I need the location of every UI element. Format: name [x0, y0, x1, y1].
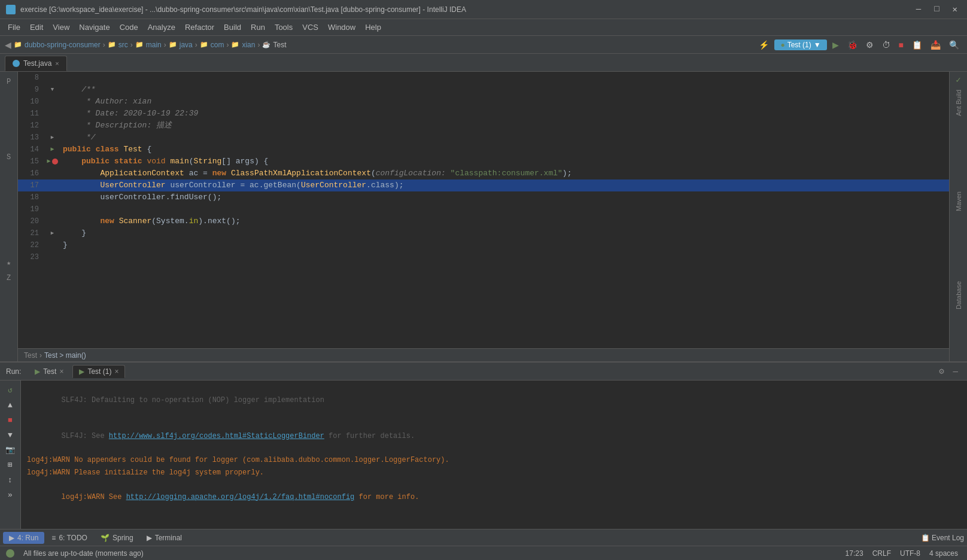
sidebar-z-icon[interactable]: Z	[2, 271, 16, 285]
menu-navigate[interactable]: Navigate	[74, 20, 114, 34]
close-button[interactable]: ✕	[949, 3, 961, 16]
main-content: P S ★ Z 8 9 ▼ /** 10 * Au	[0, 72, 967, 361]
code-line-10: 10 * Author: xian	[18, 96, 949, 108]
breadcrumb-java[interactable]: java	[180, 41, 193, 49]
run-tab-test1-close[interactable]: ×	[114, 367, 118, 376]
settings-icon[interactable]: ⚙	[936, 365, 947, 378]
profile-button[interactable]: ⏱	[879, 39, 893, 51]
menu-build[interactable]: Build	[219, 20, 246, 34]
database-label[interactable]: Database	[955, 281, 962, 309]
debug-button[interactable]: 🐞	[844, 39, 860, 51]
run-config-label: Test (1)	[787, 41, 811, 49]
event-log-button[interactable]: 📋 Event Log	[921, 534, 964, 542]
app-icon	[6, 5, 16, 14]
nav-icon-2[interactable]: 📋	[909, 39, 925, 51]
slf4j-link[interactable]: http://www.slf4j.org/codes.html#StaticLo…	[109, 432, 324, 440]
java-file-icon	[13, 60, 20, 67]
left-sidebar: P S ★ Z	[0, 72, 18, 361]
menu-file[interactable]: File	[3, 20, 25, 34]
breadcrumb-test[interactable]: Test	[273, 41, 286, 49]
log-line-result: User{id=1001, username='xian', password=…	[27, 516, 961, 529]
run-tab-test[interactable]: ▶ Test ×	[29, 366, 69, 378]
breadcrumb-src[interactable]: src	[118, 41, 128, 49]
nav-icon-3[interactable]: 📥	[928, 39, 944, 51]
code-line-13: 13 ▶ */	[18, 132, 949, 144]
menu-window[interactable]: Window	[323, 20, 360, 34]
run-button[interactable]: ▶	[829, 39, 842, 51]
menu-vcs[interactable]: VCS	[297, 20, 323, 34]
breadcrumb-project[interactable]: dubbo-spring-consumer	[25, 41, 101, 49]
scroll-down-button[interactable]: ▼	[4, 428, 17, 442]
ant-build-label[interactable]: Ant Build	[955, 90, 962, 116]
line-separator[interactable]: CRLF	[869, 549, 894, 558]
status-indicator	[6, 549, 14, 558]
tab-label: Test.java	[23, 59, 51, 68]
rerun-button[interactable]: ↺	[4, 384, 17, 397]
run-coverage-button[interactable]: ⚙	[863, 39, 877, 51]
nav-icon-1[interactable]: ⚡	[756, 39, 772, 51]
breadcrumb-test-class: Test	[24, 351, 37, 360]
folder-icon-src: 📁	[108, 41, 116, 48]
editor-tab-test[interactable]: Test.java ×	[5, 56, 67, 71]
run-content: ↺ ▲ ■ ▼ 📷 ⊞ ↕ » SLF4J: Defaulting to no-…	[0, 381, 967, 529]
window-controls: — □ ✕	[913, 3, 961, 16]
stop-button[interactable]: ■	[896, 39, 907, 51]
breakpoint-15[interactable]	[52, 159, 58, 165]
stop-run-button[interactable]: ■	[4, 413, 17, 427]
nav-terminal-tab[interactable]: ▶ Terminal	[141, 532, 188, 544]
sort-button[interactable]: ↕	[4, 473, 17, 486]
sidebar-favorites-icon[interactable]: ★	[2, 255, 16, 270]
scroll-up-button[interactable]: ▲	[4, 398, 17, 412]
nav-run-tab[interactable]: ▶ 4: Run	[3, 532, 44, 544]
run-tab-test1-label: Test (1)	[87, 367, 111, 376]
encoding[interactable]: UTF-8	[897, 549, 923, 558]
breadcrumb-com[interactable]: com	[211, 41, 224, 49]
filter-button[interactable]: ⊞	[4, 458, 17, 471]
minimize-panel-icon[interactable]: —	[950, 366, 961, 378]
menu-run[interactable]: Run	[246, 20, 270, 34]
run-toolbar: ↺ ▲ ■ ▼ 📷 ⊞ ↕ »	[0, 381, 21, 529]
fold-icon-9[interactable]: ▼	[51, 84, 54, 96]
sidebar-structure-icon[interactable]: S	[2, 150, 16, 165]
menu-help[interactable]: Help	[360, 20, 386, 34]
indent-info[interactable]: 4 spaces	[926, 549, 961, 558]
search-button[interactable]: 🔍	[946, 39, 962, 51]
menu-edit[interactable]: Edit	[25, 20, 48, 34]
run-config-button[interactable]: ● Test (1) ▼	[774, 39, 826, 50]
run-arrow-15[interactable]: ▶	[47, 156, 50, 168]
run-tab-test-close[interactable]: ×	[59, 367, 63, 376]
nav-arrow-left[interactable]: ◀	[5, 40, 11, 50]
cursor-position[interactable]: 17:23	[843, 549, 866, 558]
screenshot-button[interactable]: 📷	[4, 443, 17, 456]
run-tab-test1[interactable]: ▶ Test (1) ×	[72, 365, 125, 378]
minimize-button[interactable]: —	[913, 3, 925, 16]
menu-view[interactable]: View	[48, 20, 74, 34]
more-button[interactable]: »	[4, 488, 17, 501]
log4j-link[interactable]: http://logging.apache.org/log4j/1.2/faq.…	[126, 493, 355, 501]
nav-spring-tab[interactable]: 🌱 Spring	[95, 532, 139, 544]
maven-label[interactable]: Maven	[955, 191, 962, 211]
menu-analyze[interactable]: Analyze	[143, 20, 180, 34]
maximize-button[interactable]: □	[930, 3, 942, 16]
breadcrumb-xian[interactable]: xian	[242, 41, 255, 49]
log-line-1: SLF4J: Defaulting to no-operation (NOP) …	[27, 384, 961, 418]
editor-breadcrumb: Test › Test > main()	[18, 348, 949, 361]
sidebar-project-icon[interactable]: P	[2, 75, 16, 89]
tab-close-button[interactable]: ×	[55, 60, 59, 67]
fold-icon-21[interactable]: ▶	[51, 227, 54, 239]
run-tab-icon: ▶	[9, 534, 14, 542]
run-tab-test-label: Test	[43, 367, 56, 376]
menu-code[interactable]: Code	[115, 20, 143, 34]
code-area[interactable]: 8 9 ▼ /** 10 * Author: xian 11	[18, 72, 949, 348]
window-title: exercise [G:\workspace_idea\exercise] - …	[20, 5, 913, 14]
menu-tools[interactable]: Tools	[270, 20, 297, 34]
breadcrumb-main[interactable]: main	[146, 41, 162, 49]
run-arrow-14[interactable]: ▶	[50, 144, 54, 156]
nav-todo-tab[interactable]: ≡ 6: TODO	[45, 532, 93, 544]
menu-refactor[interactable]: Refactor	[180, 20, 219, 34]
breadcrumb-main-method: Test > main()	[44, 351, 86, 360]
code-line-11: 11 * Date: 2020-10-19 22:39	[18, 108, 949, 120]
code-line-21: 21 ▶ }	[18, 227, 949, 239]
checkmark-icon: ✓	[956, 75, 960, 85]
fold-icon-13[interactable]: ▶	[51, 132, 54, 144]
